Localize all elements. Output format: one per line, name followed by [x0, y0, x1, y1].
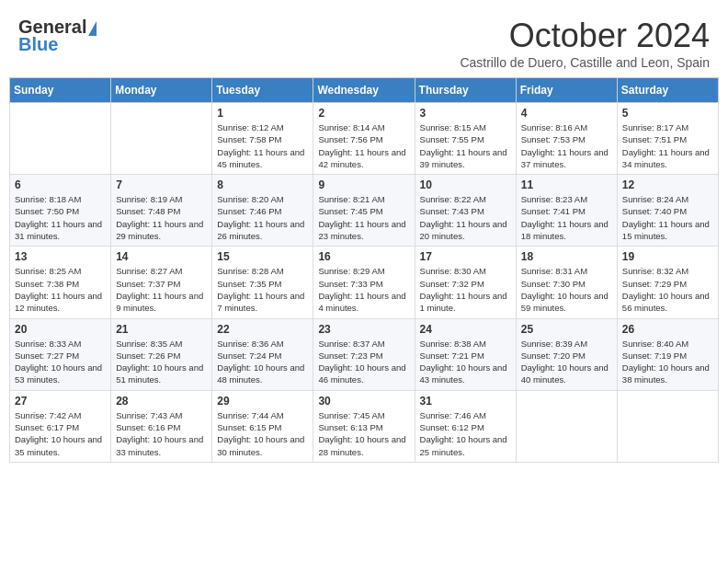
cell-line: Daylight: 11 hours and 31 minutes. [15, 219, 102, 241]
cell-line: Sunrise: 8:22 AM [420, 194, 486, 204]
day-number: 4 [521, 107, 612, 120]
cell-line: Sunset: 7:29 PM [622, 279, 687, 289]
cell-content: Sunrise: 8:38 AMSunset: 7:21 PMDaylight:… [420, 338, 511, 386]
calendar-cell [516, 390, 617, 462]
cell-line: Daylight: 11 hours and 7 minutes. [217, 291, 304, 313]
cell-line: Daylight: 10 hours and 48 minutes. [217, 362, 304, 385]
cell-content: Sunrise: 8:29 AMSunset: 7:33 PMDaylight:… [318, 265, 409, 314]
day-header-monday: Monday [111, 78, 212, 103]
calendar-cell: 3Sunrise: 8:15 AMSunset: 7:55 PMDaylight… [415, 103, 516, 175]
calendar-cell: 16Sunrise: 8:29 AMSunset: 7:33 PMDayligh… [313, 247, 415, 318]
cell-content: Sunrise: 8:39 AMSunset: 7:20 PMDaylight:… [521, 338, 612, 386]
cell-line: Daylight: 11 hours and 42 minutes. [318, 147, 405, 169]
cell-line: Sunrise: 8:21 AM [318, 194, 384, 204]
cell-content: Sunrise: 8:23 AMSunset: 7:41 PMDaylight:… [521, 193, 612, 242]
cell-line: Sunset: 7:55 PM [420, 134, 484, 144]
cell-line: Sunrise: 8:16 AM [521, 122, 587, 132]
calendar-cell: 23Sunrise: 8:37 AMSunset: 7:23 PMDayligh… [313, 318, 415, 390]
calendar-cell: 8Sunrise: 8:20 AMSunset: 7:46 PMDaylight… [212, 175, 313, 247]
cell-line: Daylight: 11 hours and 20 minutes. [420, 219, 507, 241]
calendar-cell: 11Sunrise: 8:23 AMSunset: 7:41 PMDayligh… [516, 175, 617, 247]
cell-content: Sunrise: 8:32 AMSunset: 7:29 PMDaylight:… [622, 265, 713, 314]
day-number: 11 [521, 178, 612, 191]
calendar-cell: 5Sunrise: 8:17 AMSunset: 7:51 PMDaylight… [617, 103, 718, 175]
calendar-cell: 2Sunrise: 8:14 AMSunset: 7:56 PMDaylight… [313, 103, 415, 175]
day-number: 14 [116, 250, 207, 263]
cell-content: Sunrise: 7:46 AMSunset: 6:12 PMDaylight:… [420, 409, 511, 458]
cell-line: Sunset: 7:24 PM [217, 350, 281, 361]
day-number: 24 [420, 323, 511, 336]
day-number: 1 [217, 107, 308, 120]
day-number: 5 [622, 107, 713, 120]
cell-line: Sunset: 7:45 PM [318, 206, 382, 216]
cell-content: Sunrise: 8:35 AMSunset: 7:26 PMDaylight:… [116, 338, 207, 386]
cell-line: Sunset: 7:53 PM [521, 134, 586, 144]
cell-line: Sunrise: 8:39 AM [521, 339, 587, 349]
cell-line: Sunset: 7:30 PM [521, 279, 586, 289]
day-number: 15 [217, 250, 308, 263]
calendar-cell: 6Sunrise: 8:18 AMSunset: 7:50 PMDaylight… [10, 175, 111, 247]
cell-line: Sunrise: 8:36 AM [217, 339, 283, 349]
cell-line: Sunrise: 8:31 AM [521, 266, 587, 276]
cell-line: Sunset: 7:56 PM [318, 134, 382, 144]
cell-content: Sunrise: 8:25 AMSunset: 7:38 PMDaylight:… [15, 265, 106, 314]
cell-line: Sunrise: 8:19 AM [116, 194, 182, 204]
cell-line: Sunset: 7:51 PM [622, 134, 687, 144]
calendar-cell: 1Sunrise: 8:12 AMSunset: 7:58 PMDaylight… [212, 103, 313, 175]
cell-line: Sunset: 7:20 PM [521, 350, 586, 361]
cell-line: Daylight: 11 hours and 12 minutes. [15, 291, 102, 313]
cell-line: Sunrise: 8:20 AM [217, 194, 283, 204]
cell-line: Sunset: 7:48 PM [116, 206, 180, 216]
day-number: 17 [420, 250, 511, 263]
cell-line: Daylight: 11 hours and 29 minutes. [116, 219, 203, 241]
cell-line: Sunrise: 8:17 AM [622, 122, 688, 132]
cell-line: Daylight: 10 hours and 59 minutes. [521, 291, 609, 313]
cell-content: Sunrise: 8:21 AMSunset: 7:45 PMDaylight:… [318, 193, 409, 242]
day-number: 28 [116, 395, 207, 408]
day-number: 12 [622, 178, 713, 191]
cell-line: Sunset: 7:50 PM [15, 206, 79, 216]
calendar-cell: 9Sunrise: 8:21 AMSunset: 7:45 PMDaylight… [313, 175, 415, 247]
cell-line: Daylight: 10 hours and 38 minutes. [622, 362, 710, 385]
cell-line: Daylight: 11 hours and 1 minute. [420, 291, 507, 313]
cell-content: Sunrise: 8:33 AMSunset: 7:27 PMDaylight:… [15, 338, 106, 386]
cell-line: Sunset: 7:46 PM [217, 206, 281, 216]
day-header-friday: Friday [516, 78, 617, 103]
cell-line: Sunrise: 8:15 AM [420, 122, 486, 132]
cell-content: Sunrise: 7:42 AMSunset: 6:17 PMDaylight:… [15, 409, 106, 458]
calendar-cell [10, 103, 111, 175]
day-number: 23 [318, 323, 409, 336]
cell-line: Sunset: 7:27 PM [15, 350, 79, 361]
calendar-cell: 26Sunrise: 8:40 AMSunset: 7:19 PMDayligh… [617, 318, 718, 390]
cell-line: Sunset: 7:40 PM [622, 206, 687, 216]
cell-line: Daylight: 10 hours and 46 minutes. [318, 362, 405, 385]
cell-content: Sunrise: 8:27 AMSunset: 7:37 PMDaylight:… [116, 265, 207, 314]
cell-line: Sunrise: 7:45 AM [318, 410, 384, 420]
cell-line: Daylight: 11 hours and 39 minutes. [420, 147, 507, 169]
cell-line: Daylight: 10 hours and 56 minutes. [622, 291, 710, 313]
cell-line: Sunrise: 8:38 AM [420, 339, 486, 349]
cell-line: Daylight: 10 hours and 53 minutes. [15, 362, 102, 385]
day-header-saturday: Saturday [617, 78, 718, 103]
day-number: 18 [521, 250, 612, 263]
cell-line: Sunset: 7:35 PM [217, 279, 281, 289]
month-title: October 2024 [460, 17, 710, 55]
calendar-cell [111, 103, 212, 175]
day-number: 6 [15, 178, 106, 191]
cell-line: Sunset: 7:43 PM [420, 206, 484, 216]
cell-line: Sunset: 7:21 PM [420, 350, 484, 361]
cell-line: Sunset: 7:37 PM [116, 279, 180, 289]
calendar-cell: 7Sunrise: 8:19 AMSunset: 7:48 PMDaylight… [111, 175, 212, 247]
cell-line: Sunrise: 8:40 AM [622, 339, 688, 349]
day-number: 9 [318, 178, 409, 191]
cell-line: Daylight: 10 hours and 33 minutes. [116, 434, 203, 456]
calendar-cell: 31Sunrise: 7:46 AMSunset: 6:12 PMDayligh… [415, 390, 516, 462]
title-block: October 2024 Castrillo de Duero, Castill… [460, 17, 710, 70]
cell-content: Sunrise: 8:14 AMSunset: 7:56 PMDaylight:… [318, 121, 409, 170]
day-number: 16 [318, 250, 409, 263]
logo: General Blue [18, 17, 97, 55]
cell-line: Sunset: 6:12 PM [420, 422, 484, 432]
cell-line: Daylight: 11 hours and 37 minutes. [521, 147, 609, 169]
cell-line: Sunset: 7:38 PM [15, 279, 79, 289]
logo-blue-text: Blue [18, 34, 58, 55]
